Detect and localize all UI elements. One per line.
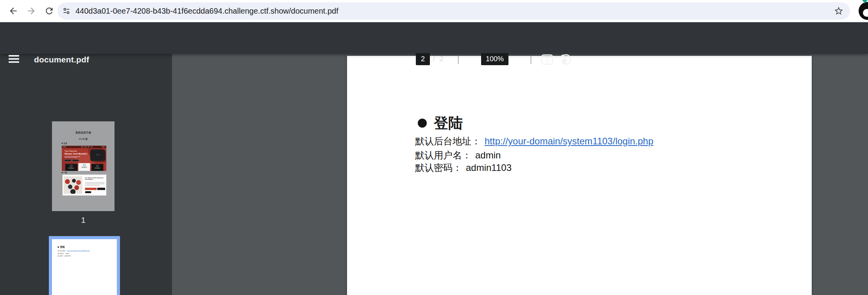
zoom-out-button[interactable]: − — [464, 52, 476, 66]
zoom-in-button[interactable]: + — [514, 52, 527, 66]
page-total: 2 — [439, 55, 444, 63]
homepage-banner-image: Your Favorite Shows And Movies: Broadban… — [62, 146, 106, 171]
login-link[interactable]: http://your-domain/system1103/login.php — [485, 136, 653, 146]
avatar-inner — [863, 9, 868, 17]
menu-icon[interactable] — [9, 55, 22, 65]
broadband-tile: Broadband — [91, 164, 104, 171]
page-2-preview: 登陆 默认后台地址： http://your-domain/system1103… — [52, 239, 117, 295]
page-1-thumbnail[interactable]: 系统使用手册 V1.02 版 首页 Your Favorite Shows An… — [52, 121, 115, 211]
username-value: admin — [475, 150, 501, 160]
browser-address-bar: 440d3a01-0ee7-4208-b43b-41f6ecdda694.cha… — [0, 0, 868, 22]
banner-navbar — [62, 146, 106, 148]
toolbar-divider — [458, 55, 458, 64]
page-number-input[interactable] — [416, 53, 430, 65]
avatar-status-notch — [862, 0, 868, 4]
section-product: 产品 — [62, 172, 67, 174]
browser-window: 440d3a01-0ee7-4208-b43b-41f6ecdda694.cha… — [0, 0, 868, 295]
pdf-toolbar: document.pdf /2 − + — [0, 22, 868, 54]
product-small-button — [85, 191, 91, 193]
section-home: 首页 — [62, 142, 67, 145]
product-dark-button — [97, 188, 105, 190]
page-2-thumbnail-selected[interactable]: 登陆 默认后台地址： http://your-domain/system1103… — [49, 236, 120, 295]
site-info-icon[interactable] — [62, 7, 71, 15]
url-text: 440d3a01-0ee7-4208-b43b-41f6ecdda694.cha… — [75, 2, 338, 20]
bookmark-star-icon[interactable] — [834, 6, 844, 16]
backend-url-line: 默认后台地址：http://your-domain/system1103/log… — [415, 135, 653, 148]
zoom-level-input[interactable] — [481, 53, 508, 65]
tv-box-device-image — [90, 149, 105, 161]
banner-button — [72, 160, 79, 162]
forward-icon[interactable] — [26, 6, 36, 16]
banner-text-1: Your Favorite — [64, 150, 77, 152]
login-heading: 登陆 — [434, 114, 463, 133]
profile-avatar[interactable] — [859, 2, 868, 20]
pdf-viewer-area: 登陆 默认后台地址：http://your-domain/system1103/… — [172, 54, 868, 295]
pdf-page-2: 登陆 默认后台地址：http://your-domain/system1103/… — [347, 56, 812, 295]
list-bullet — [418, 119, 427, 128]
banner-button — [64, 160, 71, 162]
page-1-preview: 系统使用手册 V1.02 版 首页 Your Favorite Shows An… — [52, 121, 115, 211]
product-heading: Live Sport and TV shows for best friends — [85, 177, 105, 181]
team-photo — [64, 176, 82, 194]
banner-text-2: Shows And Movies: — [64, 153, 88, 155]
broadband-tile-active: Broadband — [79, 163, 90, 171]
toolbar-divider — [531, 55, 531, 64]
username-label: 默认用户名： — [415, 150, 471, 160]
page-count: /2 — [433, 55, 444, 63]
password-label: 默认密码： — [415, 162, 462, 173]
broadband-tile: Broadband — [65, 164, 77, 171]
page-separator: / — [433, 55, 435, 63]
reload-icon[interactable] — [44, 6, 54, 16]
thumbnail-sidebar: 系统使用手册 V1.02 版 首页 Your Favorite Shows An… — [0, 54, 172, 295]
rotate-icon[interactable] — [559, 53, 572, 65]
product-image: Live Sport and TV shows for best friends — [63, 175, 106, 196]
manual-version: V1.02 版 — [52, 137, 115, 140]
password-value: admin1103 — [466, 162, 512, 173]
fit-page-icon[interactable] — [540, 53, 554, 65]
url-bar[interactable]: 440d3a01-0ee7-4208-b43b-41f6ecdda694.cha… — [57, 2, 850, 20]
password-line: 默认密码：admin1103 — [415, 162, 512, 174]
username-line: 默认用户名：admin — [415, 149, 501, 162]
manual-title: 系统使用手册 — [52, 131, 115, 134]
page-1-label: 1 — [52, 215, 115, 225]
product-red-button — [85, 188, 97, 190]
back-icon[interactable] — [8, 6, 18, 16]
document-title: document.pdf — [34, 55, 89, 64]
backend-url-label: 默认后台地址： — [415, 136, 481, 146]
